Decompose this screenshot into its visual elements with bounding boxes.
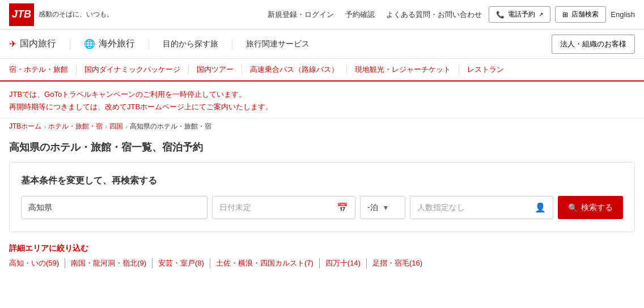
nights-select[interactable]: -泊 ▼ — [360, 196, 405, 219]
breadcrumb-hotels[interactable]: ホテル・旅館・宿 — [48, 122, 103, 131]
phone-icon: 📞 — [496, 11, 505, 19]
travel-services-nav-item[interactable]: 旅行関連サービス — [232, 39, 323, 49]
search-row: 日付未定 📅 -泊 ▼ 人数指定なし 👤 🔍 検索する — [21, 196, 623, 219]
breadcrumb-sep-3: › — [125, 123, 128, 131]
filter-link-shimanto[interactable]: 四万十(14) — [320, 258, 367, 268]
phone-label: 電話予約 — [508, 10, 535, 19]
sub-nav-hotel[interactable]: 宿・ホテル・旅館 — [9, 65, 77, 75]
search-box: 基本条件を変更して、再検索する 日付未定 📅 -泊 ▼ 人数指定なし 👤 🔍 検… — [9, 162, 635, 232]
breadcrumb-sep-2: › — [105, 123, 107, 131]
filter-link-tosa[interactable]: 土佐・横浪・四国カルスト(7) — [210, 258, 320, 268]
filter-title: 詳細エリアに絞り込む — [9, 243, 635, 254]
notice-line1: JTBでは、GoToトラベルキャンペーンのご利用を一時停止しています。 — [9, 88, 635, 101]
domestic-nav-item[interactable]: ✈ 国内旅行 — [9, 38, 70, 50]
breadcrumb: JTBホーム › ホテル・旅館・宿 › 四国 › 高知県のホテル・旅館・宿 — [0, 118, 644, 135]
header: JTB 感動のそばに、いつも。 新規登録・ログイン 予約確認 よくある質問・お問… — [0, 0, 644, 29]
overseas-icon: 🌐 — [84, 38, 95, 49]
search-button-label: 検索する — [581, 203, 613, 213]
store-label: 店舗検索 — [571, 10, 599, 19]
store-icon: ⊞ — [562, 11, 568, 19]
notice-area: JTBでは、GoToトラベルキャンペーンのご利用を一時停止しています。 再開時期… — [0, 82, 644, 118]
english-button[interactable]: English — [611, 10, 635, 19]
page-title-area: 高知県のホテル・旅館・宿一覧、宿泊予約 — [0, 135, 644, 162]
logo-box[interactable]: JTB — [9, 3, 34, 26]
sub-nav-leisure[interactable]: 現地観光・レジャーチケット — [347, 65, 459, 75]
date-input[interactable]: 日付未定 📅 — [212, 196, 355, 219]
breadcrumb-current: 高知県のホテル・旅館・宿 — [130, 122, 211, 131]
page-title: 高知県のホテル・旅館・宿一覧、宿泊予約 — [9, 140, 635, 154]
external-icon: ↗ — [539, 11, 543, 18]
register-login-link[interactable]: 新規登録・ログイン — [268, 10, 334, 20]
guests-placeholder-text: 人数指定なし — [417, 203, 465, 213]
sub-nav: 宿・ホテル・旅館 国内ダイナミックパッケージ 国内ツアー 高速乗合パス（路線バス… — [0, 59, 644, 82]
tagline: 感動のそばに、いつも。 — [39, 10, 113, 19]
overseas-label: 海外旅行 — [99, 38, 135, 50]
sub-nav-restaurant[interactable]: レストラン — [459, 65, 512, 75]
logo-text: JTB — [12, 8, 31, 20]
search-box-title: 基本条件を変更して、再検索する — [21, 175, 623, 187]
person-icon: 👤 — [535, 202, 546, 213]
reservation-link[interactable]: 予約確認 — [345, 10, 375, 20]
search-button[interactable]: 🔍 検索する — [558, 196, 623, 219]
search-icon: 🔍 — [568, 203, 578, 212]
header-nav: 新規登録・ログイン 予約確認 よくある質問・お問い合わせ — [134, 10, 482, 20]
main-nav: ✈ 国内旅行 🌐 海外旅行 目的から探す旅 旅行関連サービス 法人・組織のお客様 — [0, 29, 644, 59]
sub-nav-tour[interactable]: 国内ツアー — [189, 65, 242, 75]
filter-area: 詳細エリアに絞り込む 高知・いの(59) 南国・龍河洞・嶺北(9) 安芸・室戸(… — [0, 241, 644, 277]
location-input[interactable] — [21, 196, 207, 219]
header-buttons: 📞 電話予約 ↗ ⊞ 店舗検索 English — [489, 6, 635, 23]
store-button[interactable]: ⊞ 店舗検索 — [555, 6, 606, 23]
breadcrumb-sep-1: › — [44, 123, 46, 131]
sub-nav-bus[interactable]: 高速乗合パス（路線バス） — [242, 65, 347, 75]
filter-link-nankoku[interactable]: 南国・龍河洞・嶺北(9) — [65, 258, 152, 268]
domestic-icon: ✈ — [9, 38, 16, 49]
notice-line2: 再開時期等につきましては、改めてJTBホームページ上にてご案内いたします。 — [9, 101, 635, 113]
corporate-button[interactable]: 法人・組織のお客様 — [552, 35, 635, 54]
filter-link-kochi[interactable]: 高知・いの(59) — [9, 258, 65, 268]
filter-link-ashizuri[interactable]: 足摺・宿毛(16) — [367, 258, 428, 268]
nights-dropdown-icon: ▼ — [383, 204, 389, 212]
overseas-nav-item[interactable]: 🌐 海外旅行 — [70, 38, 149, 50]
date-placeholder-text: 日付未定 — [219, 203, 251, 213]
nights-value: -泊 — [367, 203, 378, 213]
logo-area: JTB 感動のそばに、いつも。 — [9, 3, 134, 26]
purpose-nav-item[interactable]: 目的から探す旅 — [149, 39, 232, 49]
calendar-icon: 📅 — [337, 202, 348, 213]
filter-link-aki[interactable]: 安芸・室戸(8) — [152, 258, 210, 268]
guests-input[interactable]: 人数指定なし 👤 — [410, 196, 553, 219]
breadcrumb-home[interactable]: JTBホーム — [9, 122, 41, 131]
domestic-label: 国内旅行 — [20, 38, 56, 50]
filter-links: 高知・いの(59) 南国・龍河洞・嶺北(9) 安芸・室戸(8) 土佐・横浪・四国… — [9, 258, 635, 268]
breadcrumb-shikoku[interactable]: 四国 — [109, 122, 123, 131]
phone-button[interactable]: 📞 電話予約 ↗ — [489, 6, 550, 23]
sub-nav-dynamic[interactable]: 国内ダイナミックパッケージ — [77, 65, 189, 75]
faq-link[interactable]: よくある質問・お問い合わせ — [386, 10, 482, 20]
